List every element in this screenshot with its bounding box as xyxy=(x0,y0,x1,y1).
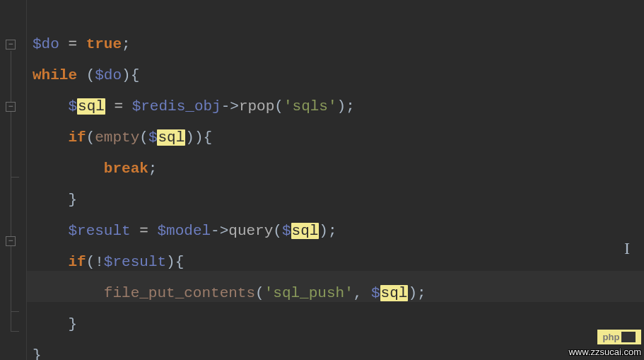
variable: $do xyxy=(95,67,122,83)
badge-text: php xyxy=(603,332,620,342)
variable: $do xyxy=(33,36,59,52)
punct: ( xyxy=(86,67,95,83)
keyword-if: if xyxy=(68,254,86,270)
arrow-operator: -> xyxy=(211,223,228,239)
punct: ( xyxy=(273,223,282,239)
variable: $ xyxy=(371,285,380,301)
code-content[interactable]: $do = true; while ($do){ $sql = $redis_o… xyxy=(33,0,644,360)
punct: , xyxy=(353,285,371,301)
punct: { xyxy=(131,67,140,83)
operator: = xyxy=(59,36,86,52)
badge-box xyxy=(621,332,636,342)
fold-end xyxy=(11,331,19,332)
punct: ; xyxy=(417,285,426,301)
code-editor[interactable]: − − − $do = true; while ($do){ $sql = $r… xyxy=(0,0,644,360)
gutter: − − − xyxy=(0,0,27,360)
variable: $ xyxy=(68,98,77,115)
logo-badge: php xyxy=(597,330,641,344)
variable: $redis_obj xyxy=(132,98,221,115)
fold-toggle-icon[interactable]: − xyxy=(6,40,16,50)
fold-guide xyxy=(11,51,11,331)
punct: { xyxy=(175,254,185,270)
punct: ) xyxy=(185,129,194,146)
operator-not: ! xyxy=(95,254,104,270)
function: empty xyxy=(95,129,139,146)
punct: ; xyxy=(346,98,355,115)
punct: ( xyxy=(139,129,148,146)
method: rpop xyxy=(239,98,274,115)
punct: } xyxy=(33,347,42,360)
punct: ) xyxy=(337,98,346,115)
punct: ) xyxy=(319,223,328,239)
keyword-while: while xyxy=(33,67,77,83)
punct: ( xyxy=(255,285,264,301)
method: query xyxy=(228,223,273,239)
punct: ) xyxy=(166,254,175,270)
punct: ; xyxy=(328,223,337,239)
variable: $ xyxy=(282,223,291,239)
search-highlight: sql xyxy=(291,223,320,239)
space xyxy=(77,67,86,83)
operator: = xyxy=(131,223,158,239)
string: 'sqls' xyxy=(283,98,337,115)
punct: } xyxy=(68,316,77,332)
fold-end xyxy=(11,177,19,178)
punct: } xyxy=(68,192,77,208)
variable: $model xyxy=(157,223,211,239)
keyword-if: if xyxy=(68,129,86,146)
punct: ( xyxy=(86,129,95,146)
string: 'sql_push' xyxy=(264,285,353,301)
variable: $result xyxy=(68,223,130,239)
punct: ; xyxy=(122,36,131,52)
variable: $ xyxy=(148,129,158,146)
watermark: www.zzsucai.com xyxy=(568,347,641,357)
operator: = xyxy=(105,98,132,115)
punct: ( xyxy=(274,98,283,115)
variable: $result xyxy=(104,254,166,270)
fold-end xyxy=(11,311,19,312)
search-highlight: sql xyxy=(157,129,185,146)
fold-toggle-icon[interactable]: − xyxy=(6,102,16,112)
search-highlight: sql xyxy=(77,98,105,115)
keyword-true: true xyxy=(86,36,122,52)
text-cursor-icon: I xyxy=(624,239,630,258)
punct: ) xyxy=(122,67,131,83)
fold-toggle-icon[interactable]: − xyxy=(6,236,16,246)
search-highlight: sql xyxy=(380,285,409,301)
punct: ; xyxy=(148,161,158,177)
keyword-break: break xyxy=(104,161,148,177)
punct: ( xyxy=(86,254,95,270)
punct: ) xyxy=(408,285,417,301)
function: file_put_contents xyxy=(104,285,255,301)
arrow-operator: -> xyxy=(221,98,239,115)
punct: { xyxy=(204,129,213,146)
punct: ) xyxy=(194,129,204,146)
